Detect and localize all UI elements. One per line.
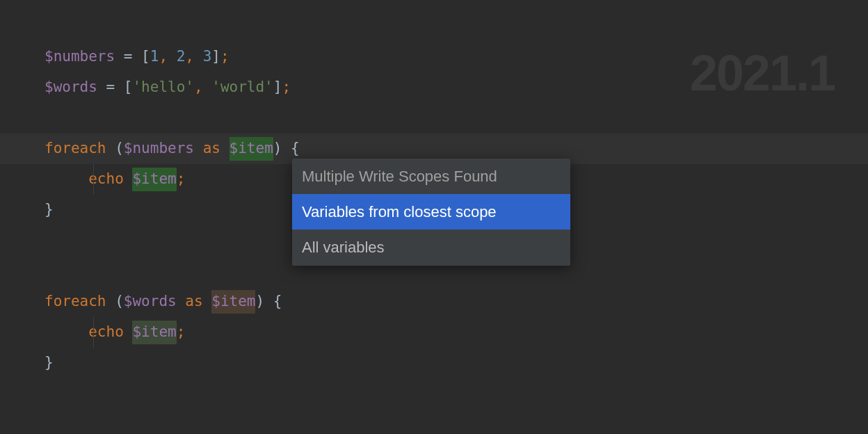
token-number: 1 <box>150 45 159 69</box>
token-operator: = <box>97 76 124 99</box>
token-bracket: [ <box>141 45 150 69</box>
token-number: 2 <box>177 45 186 69</box>
token-keyword: foreach <box>45 137 106 161</box>
token-paren: ( <box>115 137 124 161</box>
code-line-empty[interactable] <box>45 103 868 134</box>
token-semicolon: ; <box>177 168 186 191</box>
token-variable: $numbers <box>124 137 194 161</box>
token-variable: $words <box>124 290 177 314</box>
code-line[interactable]: foreach ($words as $item) { <box>45 287 868 317</box>
token-space <box>264 290 273 314</box>
token-brace: { <box>273 290 282 314</box>
token-variable-highlighted: $item <box>132 168 176 191</box>
token-brace: } <box>45 198 54 222</box>
token-variable-highlighted: $item <box>132 321 176 344</box>
token-brace: { <box>291 137 300 161</box>
token-semicolon: ; <box>282 76 291 99</box>
token-paren: ( <box>115 290 124 314</box>
code-line[interactable]: $numbers = [1, 2, 3]; <box>45 42 868 72</box>
token-number: 3 <box>203 45 212 69</box>
popup-title: Multiple Write Scopes Found <box>292 159 570 194</box>
token-string: 'hello' <box>132 76 194 99</box>
token-brace: } <box>45 351 54 375</box>
token-bracket: ] <box>211 45 220 69</box>
token-semicolon: ; <box>220 45 230 69</box>
token-comma: , <box>159 45 176 69</box>
indent-guide <box>93 317 94 348</box>
token-space <box>106 290 115 314</box>
code-line[interactable]: echo $item; <box>45 317 868 348</box>
token-space <box>124 321 133 344</box>
token-keyword: as <box>177 290 212 314</box>
token-bracket: [ <box>124 76 133 99</box>
token-variable-highlighted: $item <box>211 290 255 314</box>
token-bracket: ] <box>273 76 282 99</box>
token-indent <box>45 168 88 191</box>
token-paren: ) <box>255 290 264 314</box>
token-variable-highlighted: $item <box>230 137 273 161</box>
token-variable: $numbers <box>45 45 115 69</box>
token-indent <box>45 321 88 344</box>
token-space <box>124 168 133 191</box>
token-comma: , <box>194 76 211 99</box>
code-line[interactable]: $words = ['hello', 'world']; <box>45 72 868 103</box>
indent-guide <box>93 164 94 195</box>
token-operator: = <box>115 45 141 69</box>
token-keyword: as <box>194 137 230 161</box>
token-string: 'world' <box>211 76 273 99</box>
token-comma: , <box>185 45 202 69</box>
token-space <box>106 137 115 161</box>
token-keyword: foreach <box>45 290 106 314</box>
token-semicolon: ; <box>177 321 186 344</box>
code-line[interactable]: } <box>45 348 868 378</box>
popup-item-closest-scope[interactable]: Variables from closest scope <box>292 194 570 230</box>
token-space <box>282 137 291 161</box>
popup-item-all-variables[interactable]: All variables <box>292 230 570 265</box>
token-paren: ) <box>273 137 282 161</box>
token-variable: $words <box>45 76 97 99</box>
context-popup: Multiple Write Scopes Found Variables fr… <box>292 159 570 266</box>
